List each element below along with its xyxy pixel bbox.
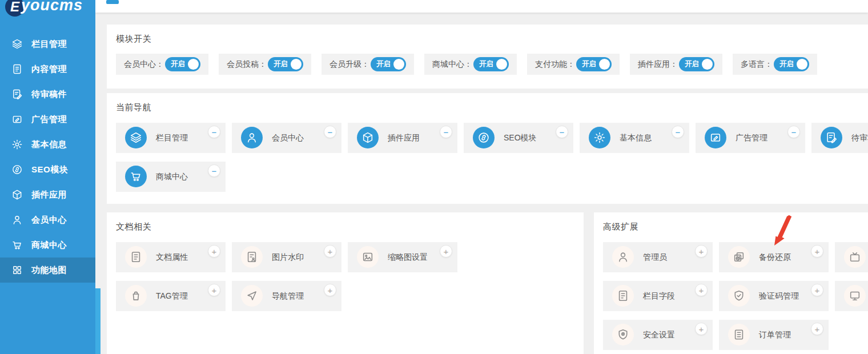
feature-card[interactable]: TAG管理 + [116, 281, 226, 311]
toggle-colon: ： [765, 59, 773, 70]
sidebar-item[interactable]: 内容管理 [0, 57, 95, 82]
add-button[interactable]: + [324, 284, 336, 296]
doc-field-icon [612, 285, 634, 307]
seo-icon [473, 127, 495, 148]
sidebar-item[interactable]: 插件应用 [0, 182, 95, 207]
toggle-colon: ： [567, 59, 575, 70]
feature-card[interactable]: + [835, 281, 868, 311]
sidebar-item[interactable]: 商城中心 [0, 232, 95, 258]
toggle-switch[interactable]: 开启 [679, 57, 714, 71]
advanced-ext-panel: 高级扩展 管理员 + 备份还原 + + [594, 212, 868, 354]
sidebar-item[interactable]: 功能地图 [0, 258, 95, 283]
current-nav-panel: 当前导航 栏目管理 − 会员中心 − 插件应用 − [107, 93, 868, 204]
person-icon [241, 127, 263, 148]
cart-icon [11, 239, 23, 251]
feature-card[interactable]: 栏目字段 + [603, 281, 713, 311]
remove-button[interactable]: − [208, 164, 220, 177]
module-toggle-card: 多语言： 开启 [733, 54, 817, 75]
sidebar-item[interactable]: 广告管理 [0, 107, 95, 132]
feature-card[interactable]: 导航管理 + [232, 281, 341, 311]
add-button[interactable]: + [695, 323, 708, 335]
section-title: 文档相关 [116, 222, 584, 232]
toggle-knob-icon [393, 59, 404, 70]
main-content: 模块开关 会员中心： 开启 会员投稿： 开启 [95, 13, 868, 354]
gear-icon [589, 127, 610, 148]
card-label: 安全设置 [643, 320, 675, 350]
document-icon [11, 63, 23, 75]
sidebar-item[interactable]: 栏目管理 [0, 31, 95, 57]
sidebar-scrollbar[interactable] [95, 288, 101, 354]
feature-card[interactable]: 缩略图设置 + [348, 242, 457, 272]
toggle-label: 支付功能 [535, 59, 567, 70]
logo[interactable]: E youcms [0, 0, 95, 20]
toggle-label: 插件应用 [638, 59, 670, 70]
add-button[interactable]: + [440, 245, 452, 258]
person-icon [11, 214, 23, 226]
navigation-icon [241, 285, 263, 307]
toggle-switch[interactable]: 开启 [576, 57, 612, 71]
ext-card-row: 栏目字段 + 验证码管理 + + [603, 281, 868, 311]
add-button[interactable]: + [695, 284, 708, 296]
feature-card[interactable]: 备份还原 + [719, 242, 829, 272]
sidebar: E youcms 栏目管理 内容管理 待审稿件 广告管理 [0, 0, 95, 354]
section-title: 当前导航 [116, 102, 868, 113]
add-button[interactable]: + [811, 284, 823, 296]
module-toggle-card: 会员升级： 开启 [322, 54, 414, 75]
grid-icon [11, 264, 23, 276]
toggle-state-label: 开启 [479, 57, 493, 71]
remove-button[interactable]: − [672, 126, 684, 138]
toggle-switch[interactable]: 开启 [371, 57, 406, 71]
toggle-switch[interactable]: 开启 [268, 57, 303, 71]
card-label: 导航管理 [272, 281, 304, 311]
nav-card[interactable]: 商城中心 − [116, 162, 226, 192]
nav-card[interactable]: 广告管理 − [696, 123, 805, 153]
feature-card[interactable]: 文档属性 + [116, 242, 226, 272]
cart-icon [125, 166, 147, 187]
logo-text: youcms [21, 0, 83, 14]
sidebar-item[interactable]: 待审稿件 [0, 82, 95, 107]
ad-icon [11, 114, 23, 125]
remove-button[interactable]: − [787, 126, 800, 138]
toggle-switch[interactable]: 开启 [774, 57, 809, 71]
remove-button[interactable]: − [440, 126, 452, 138]
sidebar-item[interactable]: SEO模块 [0, 157, 95, 182]
card-label: 缩略图设置 [388, 242, 428, 272]
add-button[interactable]: + [695, 245, 708, 258]
toggle-switch[interactable]: 开启 [473, 57, 509, 71]
menu-toggle-icon[interactable] [106, 0, 119, 4]
feature-card[interactable]: 图片水印 + [232, 242, 341, 272]
feature-card[interactable]: 订单管理 + [719, 320, 829, 350]
remove-button[interactable]: − [208, 126, 220, 138]
feature-card[interactable]: + [835, 242, 868, 272]
nav-card[interactable]: 基本信息 − [580, 123, 689, 153]
section-title: 高级扩展 [603, 222, 868, 232]
toggle-knob-icon [496, 59, 507, 70]
remove-button[interactable]: − [556, 126, 568, 138]
module-toggle-card: 商城中心： 开启 [424, 54, 517, 75]
tag-icon [125, 285, 147, 307]
nav-card[interactable]: SEO模块 − [464, 123, 573, 153]
card-label: 栏目管理 [156, 123, 188, 153]
feature-card[interactable]: 安全设置 + [603, 320, 713, 350]
nav-card[interactable]: 会员中心 − [232, 123, 341, 153]
card-label: 待审稿件 [851, 123, 868, 153]
toggle-knob-icon [797, 59, 807, 70]
toggle-state-label: 开启 [376, 57, 391, 71]
nav-card[interactable]: 待审稿件 − [811, 123, 868, 153]
add-button[interactable]: + [208, 284, 220, 296]
add-button[interactable]: + [811, 245, 823, 258]
feature-card[interactable]: 验证码管理 + [719, 281, 829, 311]
sidebar-item[interactable]: 基本信息 [0, 132, 95, 157]
section-title: 模块开关 [116, 34, 868, 45]
add-button[interactable]: + [208, 245, 220, 258]
toggle-switch[interactable]: 开启 [165, 57, 200, 71]
ext-card-row: 管理员 + 备份还原 + + [603, 242, 868, 272]
feature-card[interactable]: 管理员 + [603, 242, 713, 272]
nav-card[interactable]: 插件应用 − [348, 123, 457, 153]
nav-card[interactable]: 栏目管理 − [116, 123, 226, 153]
add-button[interactable]: + [324, 245, 336, 258]
doc-card-row: 文档属性 + 图片水印 + 缩略图设置 + [116, 242, 584, 272]
add-button[interactable]: + [811, 323, 823, 335]
remove-button[interactable]: − [324, 126, 336, 138]
sidebar-item[interactable]: 会员中心 [0, 207, 95, 232]
